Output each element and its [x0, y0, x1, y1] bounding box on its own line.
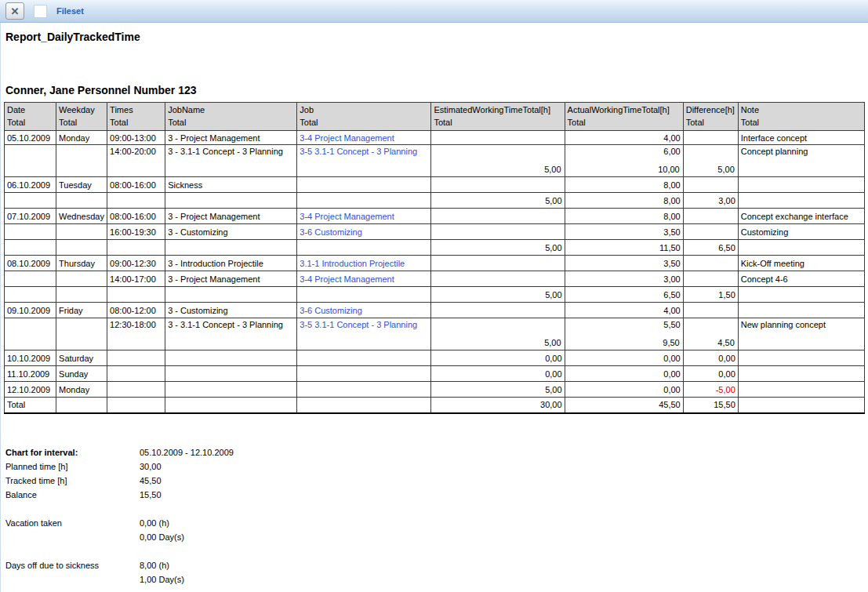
chart-interval-row: Chart for interval: 05.10.2009 - 12.10.2…: [5, 445, 868, 459]
cell-estimated: [431, 131, 565, 145]
page-title: Report_DailyTrackedTime: [5, 31, 868, 43]
cell-note: Customizing: [738, 224, 864, 240]
cell-date: 12.10.2009: [5, 382, 56, 398]
column-header-note: NoteTotal: [738, 103, 864, 131]
cell-actual: 3,50: [565, 224, 683, 240]
cell-estimated: [431, 303, 565, 318]
cell-times: 08:00-16:00: [107, 177, 165, 193]
cell-actual: 0,00: [565, 366, 683, 382]
cell-weekday: Saturday: [56, 350, 107, 366]
cell-estimated: 0,00: [431, 350, 565, 366]
cell-date: 11.10.2009: [5, 366, 56, 382]
cell-text: Concept planning: [741, 147, 808, 156]
cell-estimated: 30,00: [431, 398, 565, 413]
cell-date: 09.10.2009: [5, 303, 56, 318]
cell-text: New planning concept: [741, 320, 826, 329]
job-link[interactable]: 3-5 3.1-1 Concept - 3 Planning: [300, 147, 417, 156]
cell-date: 08.10.2009: [5, 256, 56, 271]
cell-weekday: [56, 193, 107, 209]
cell-note: [738, 177, 864, 193]
cell-text: 11.10.2009: [7, 369, 49, 379]
report-pane: Report_DailyTrackedTime Conner, Jane Per…: [0, 23, 868, 592]
cell-text: 3 - 3.1-1 Concept - 3 Planning: [168, 147, 283, 156]
cell-job: [297, 287, 431, 303]
cell-date: [5, 193, 56, 209]
cell-text: 5,00: [545, 196, 561, 205]
cell-total-text: 10,00: [658, 165, 680, 174]
column-header-jobname: JobNameTotal: [165, 103, 297, 131]
cell-text: 12.10.2009: [7, 385, 50, 394]
column-header-job: JobTotal: [297, 103, 431, 131]
cell-job: [297, 350, 431, 366]
cell-job: [297, 240, 431, 256]
job-link[interactable]: 3-5 3.1-1 Concept - 3 Planning: [300, 320, 417, 329]
cell-text: Monday: [59, 385, 89, 394]
cell-text: 0,00: [545, 354, 561, 363]
table-row: 5,0011,506,50: [5, 240, 865, 256]
cell-estimated: 0,00: [431, 366, 565, 382]
job-link[interactable]: 3-4 Project Management: [300, 212, 394, 221]
cell-text: Monday: [59, 133, 89, 143]
cell-estimated: 5,00: [431, 240, 565, 256]
cell-text: 06.10.2009: [7, 180, 50, 190]
cell-difference: 0,00: [683, 366, 738, 382]
column-header-weekday: WeekdayTotal: [56, 103, 107, 131]
cell-text: 6,50: [663, 290, 680, 300]
cell-actual: 4,00: [565, 303, 683, 318]
cell-jobname: Sickness: [165, 177, 297, 193]
cell-text: 07.10.2009: [7, 212, 50, 221]
cell-text: 8,00: [663, 180, 680, 190]
cell-note: [738, 398, 864, 413]
cell-difference: [683, 209, 738, 224]
cell-text: 09:00-12:30: [110, 259, 156, 268]
job-link[interactable]: 3-6 Customizing: [300, 227, 361, 237]
cell-text: Concept exchange interface: [741, 212, 848, 221]
job-link[interactable]: 3-4 Project Management: [300, 133, 394, 143]
table-row: 10.10.2009Saturday0,000,000,00: [5, 350, 865, 366]
balance-label: Balance: [5, 488, 140, 502]
cell-date: [5, 224, 56, 240]
close-icon[interactable]: ✕: [5, 2, 24, 20]
cell-text: 5,50: [663, 320, 680, 329]
cell-difference: 1,50: [683, 287, 738, 303]
cell-text: 15,50: [714, 400, 735, 409]
job-link[interactable]: 3-6 Customizing: [300, 306, 361, 315]
table-row: 09.10.2009Friday08:00-12:003 - Customizi…: [5, 303, 865, 318]
chart-interval-label: Chart for interval:: [5, 445, 140, 459]
table-row: 14:00-20:003 - 3.1-1 Concept - 3 Plannin…: [5, 145, 865, 177]
cell-text: 0,00: [718, 369, 735, 379]
cell-text: 6,00: [663, 147, 680, 156]
cell-difference: [683, 131, 738, 145]
cell-job: 3-5 3.1-1 Concept - 3 Planning: [297, 145, 431, 177]
vacation-days-row: 0,00 Day(s): [5, 530, 868, 544]
cell-text: 3 - 3.1-1 Concept - 3 Planning: [168, 320, 283, 329]
cell-job: 3.1-1 Introduction Projectile: [297, 256, 431, 271]
job-link[interactable]: 3.1-1 Introduction Projectile: [300, 259, 405, 268]
document-icon[interactable]: [34, 5, 47, 18]
table-row: 5,008,003,00: [5, 193, 865, 209]
cell-text: 16:00-19:30: [110, 227, 156, 237]
cell-text: 05.10.2009: [7, 133, 50, 143]
fileset-tab[interactable]: Fileset: [56, 6, 84, 16]
table-row: 08.10.2009Thursday09:00-12:303 - Introdu…: [5, 256, 865, 271]
cell-text: Saturday: [59, 354, 93, 363]
planned-time-row: Planned time [h] 30,00: [5, 459, 868, 474]
cell-text: 3,50: [663, 259, 680, 268]
cell-note: [738, 193, 864, 209]
cell-text: 12:30-18:00: [110, 320, 156, 329]
cell-text: 3 - Project Management: [168, 133, 260, 143]
cell-estimated: 5,00: [431, 287, 565, 303]
table-row: 16:00-19:303 - Customizing3-6 Customizin…: [5, 224, 865, 240]
sickness-label: Days off due to sickness: [5, 558, 140, 572]
cell-weekday: [56, 224, 107, 240]
cell-estimated: [431, 209, 565, 224]
column-header-actual: ActualWorkingTimeTotal[h]Total: [565, 103, 683, 131]
cell-text: 08:00-12:00: [110, 306, 156, 315]
cell-times: [107, 382, 165, 398]
cell-note: Concept exchange interface: [738, 209, 864, 224]
cell-jobname: [165, 366, 297, 382]
cell-actual: 8,00: [565, 193, 683, 209]
cell-jobname: [165, 350, 297, 366]
job-link[interactable]: 3-4 Project Management: [300, 274, 394, 284]
cell-text: 1,50: [718, 290, 735, 300]
